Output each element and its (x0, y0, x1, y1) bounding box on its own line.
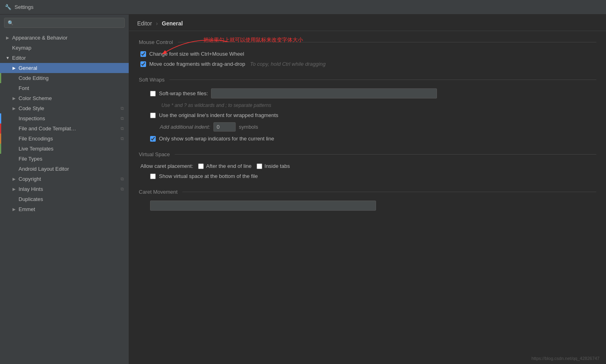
after-end-of-line-checkbox[interactable] (198, 163, 204, 169)
copy-icon: ⧉ (121, 106, 124, 111)
sidebar-item-file-code-templates[interactable]: ▶ File and Code Templat… ⧉ (0, 123, 129, 134)
search-input[interactable] (16, 20, 121, 26)
settings-content: Mouse Control 把这里勾上就可以使用鼠标来改变字体大小 (129, 31, 606, 364)
sidebar-item-label: Android Layout Editor (19, 166, 124, 172)
change-font-size-checkbox[interactable] (140, 51, 146, 57)
additional-indent-label: Add additional indent: (160, 124, 210, 130)
move-code-text: Move code fragments with drag-and-drop (149, 61, 245, 67)
change-font-size-text: Change font size with Ctrl+Mouse Wheel (149, 51, 244, 57)
sidebar-item-code-style[interactable]: ▶ Code Style ⧉ (0, 103, 129, 113)
additional-indent-input[interactable] (213, 122, 236, 132)
breadcrumb-separator: › (156, 20, 158, 27)
sidebar-item-file-types[interactable]: ▶ File Types (0, 154, 129, 164)
arrow-icon: ▼ (5, 55, 10, 61)
arrow-icon: ▶ (11, 96, 17, 101)
section-label: Soft Wraps (139, 77, 165, 83)
sidebar-item-label: Inlay Hints (19, 186, 119, 192)
sidebar-item-emmet[interactable]: ▶ Emmet (0, 204, 129, 214)
sidebar-item-live-templates[interactable]: ▶ Live Templates (0, 144, 129, 154)
sidebar: 🔍 ▶ Appearance & Behavior ▶ Keymap ▼ Edi… (0, 15, 129, 364)
show-virtual-space-label[interactable]: Show virtual space at the bottom of the … (150, 173, 258, 179)
section-divider (182, 192, 596, 192)
soft-wrap-indicators-text: Only show soft-wrap indicators for the c… (159, 136, 274, 142)
sidebar-item-label: Color Scheme (19, 95, 124, 101)
sidebar-item-label: Inspections (19, 115, 119, 121)
sidebar-item-copyright[interactable]: ▶ Copyright ⧉ (0, 174, 129, 184)
caret-movement-input-placeholder (139, 201, 596, 211)
change-font-size-row: Change font size with Ctrl+Mouse Wheel (139, 51, 596, 57)
mouse-control-section: Mouse Control 把这里勾上就可以使用鼠标来改变字体大小 (139, 39, 596, 67)
section-label: Mouse Control (139, 39, 173, 45)
move-code-checkbox[interactable] (140, 61, 146, 67)
section-label: Caret Movement (139, 189, 178, 195)
section-label: Virtual Space (139, 151, 170, 157)
move-code-hint: To copy, hold Ctrl while dragging (250, 61, 326, 67)
arrow-icon: ▶ (11, 207, 17, 212)
soft-wrap-files-input[interactable]: *.md; *.txt; *.rst; *.adoc (211, 88, 437, 98)
title-bar: 🔧 Settings (0, 0, 606, 15)
breadcrumb: Editor › General (129, 15, 606, 31)
sidebar-item-label: Font (19, 85, 124, 91)
inside-tabs-option[interactable]: Inside tabs (257, 163, 290, 169)
soft-wrap-indicators-checkbox[interactable] (150, 136, 156, 142)
arrow-icon: ▶ (11, 176, 17, 182)
sidebar-item-font[interactable]: ▶ Font (0, 83, 129, 93)
virtual-space-section: Virtual Space Allow caret placement: Aft… (139, 151, 596, 179)
search-box[interactable]: 🔍 (4, 18, 125, 28)
original-indent-text: Use the original line's indent for wrapp… (159, 112, 278, 118)
caret-movement-section: Caret Movement (139, 189, 596, 211)
sidebar-item-general[interactable]: ▶ General (0, 63, 129, 73)
sidebar-item-editor[interactable]: ▼ Editor (0, 53, 129, 63)
arrow-icon: ▶ (11, 186, 17, 192)
show-virtual-space-text: Show virtual space at the bottom of the … (159, 173, 258, 179)
sidebar-item-keymap[interactable]: ▶ Keymap (0, 43, 129, 53)
sidebar-item-code-editing[interactable]: ▶ Code Editing (0, 73, 129, 83)
inside-tabs-checkbox[interactable] (257, 163, 262, 169)
sidebar-item-file-encodings[interactable]: ▶ File Encodings ⧉ (0, 134, 129, 144)
annotation-container: 把这里勾上就可以使用鼠标来改变字体大小 Change font size wit… (139, 51, 596, 57)
change-font-size-label[interactable]: Change font size with Ctrl+Mouse Wheel (140, 51, 244, 57)
soft-wraps-section: Soft Wraps Soft-wrap these files: *.md; … (139, 77, 596, 142)
caret-placement-row: Allow caret placement: After the end of … (139, 163, 596, 169)
section-divider (169, 79, 596, 80)
section-header-caret-movement: Caret Movement (139, 189, 596, 195)
inside-tabs-label: Inside tabs (265, 163, 290, 169)
arrow-icon: ▶ (11, 65, 17, 71)
show-virtual-space-checkbox[interactable] (150, 174, 156, 179)
sidebar-item-android-layout[interactable]: ▶ Android Layout Editor (0, 164, 129, 174)
sidebar-item-inspections[interactable]: ▶ Inspections ⧉ (0, 113, 129, 123)
main-layout: 🔍 ▶ Appearance & Behavior ▶ Keymap ▼ Edi… (0, 15, 606, 364)
sidebar-item-label: Keymap (12, 45, 124, 51)
section-header-soft-wraps: Soft Wraps (139, 77, 596, 83)
sidebar-item-label: Live Templates (19, 146, 124, 152)
section-header-virtual-space: Virtual Space (139, 151, 596, 157)
copy-icon: ⧉ (121, 176, 124, 182)
search-icon: 🔍 (8, 20, 14, 26)
after-end-of-line-label: After the end of line (206, 163, 252, 169)
copy-icon: ⧉ (121, 136, 124, 141)
after-end-of-line-option[interactable]: After the end of line (198, 163, 252, 169)
breadcrumb-parent: Editor (137, 20, 152, 27)
original-indent-label[interactable]: Use the original line's indent for wrapp… (150, 112, 278, 118)
sidebar-item-color-scheme[interactable]: ▶ Color Scheme (0, 93, 129, 103)
soft-wrap-files-row: Soft-wrap these files: *.md; *.txt; *.rs… (139, 88, 596, 98)
sidebar-item-appearance[interactable]: ▶ Appearance & Behavior (0, 33, 129, 43)
soft-wrap-indicators-label[interactable]: Only show soft-wrap indicators for the c… (150, 136, 274, 142)
caret-movement-input[interactable] (150, 201, 376, 211)
sidebar-item-label: Editor (12, 55, 124, 61)
sidebar-item-label: Emmet (19, 206, 124, 212)
section-divider (175, 154, 596, 155)
sidebar-item-label: File Encodings (19, 136, 119, 142)
original-indent-checkbox[interactable] (150, 113, 156, 118)
sidebar-item-label: Code Style (19, 105, 119, 111)
content-area: Editor › General Mouse Control (129, 15, 606, 364)
move-code-label[interactable]: Move code fragments with drag-and-drop (140, 61, 245, 67)
copy-icon: ⧉ (121, 116, 124, 121)
soft-wrap-files-checkbox[interactable] (150, 91, 156, 96)
sidebar-nav: ▶ Appearance & Behavior ▶ Keymap ▼ Edito… (0, 31, 129, 364)
sidebar-item-label: General (19, 65, 124, 71)
copy-icon: ⧉ (121, 126, 124, 131)
sidebar-item-duplicates[interactable]: ▶ Duplicates (0, 194, 129, 204)
arrow-icon: ▶ (11, 106, 17, 111)
sidebar-item-inlay-hints[interactable]: ▶ Inlay Hints ⧉ (0, 184, 129, 194)
